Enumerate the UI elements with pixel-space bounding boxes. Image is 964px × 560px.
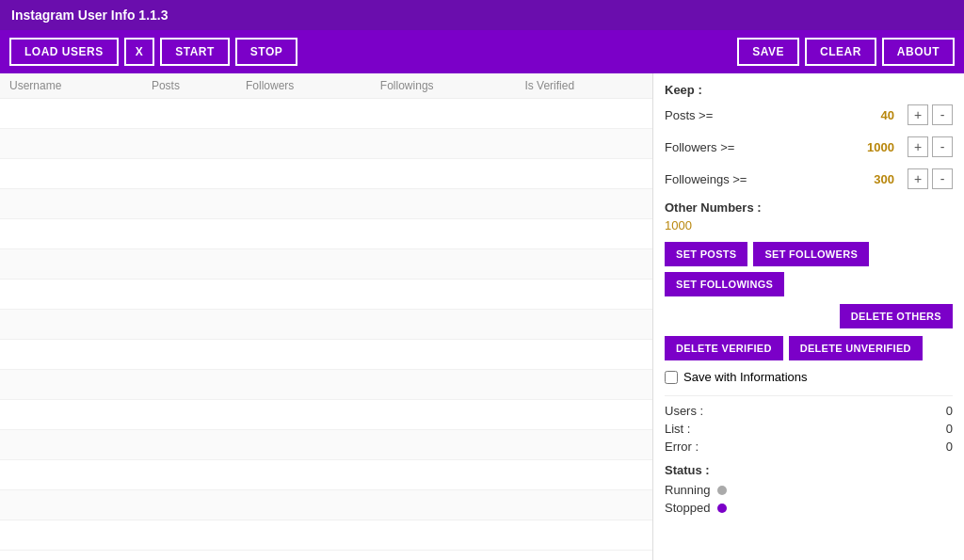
stopped-status-dot [717,504,727,513]
followers-increment-button[interactable]: + [908,136,928,157]
save-button[interactable]: SAVE [737,38,799,66]
keep-label: Keep : [665,83,953,97]
table-row [0,520,652,551]
action-buttons-row1: SET POSTS SET FOLLOWERS SET FOLLOWINGS [665,242,953,296]
toolbar: LOAD USERS X START STOP SAVE CLEAR ABOUT [0,30,964,73]
followings-filter-row: Followeings >= 300 + - [665,168,953,189]
table-row [0,340,652,370]
table-row [0,430,652,460]
table-row [0,310,652,340]
save-with-info-label: Save with Informations [683,370,808,384]
followers-filter-label: Followers >= [665,140,847,154]
delete-verified-row: DELETE VERIFIED DELETE UNVERIFIED [665,336,953,360]
posts-increment-button[interactable]: + [908,104,928,125]
status-label: Status : [665,463,953,477]
col-is-verified: Is Verified [515,73,652,99]
set-followings-button[interactable]: SET FOLLOWINGS [665,272,784,296]
delete-unverified-button[interactable]: DELETE UNVERIFIED [789,336,923,360]
followings-increment-button[interactable]: + [908,168,928,189]
table-row [0,490,652,520]
posts-filter-row: Posts >= 40 + - [665,104,953,125]
list-stat-value: 0 [946,422,953,436]
other-numbers-label: Other Numbers : [665,200,953,215]
table-row [0,460,652,490]
col-followers: Followers [236,73,371,99]
title-bar: Instagram User Info 1.1.3 [0,0,964,30]
load-users-button[interactable]: LOAD USERS [9,38,119,66]
other-numbers-value: 1000 [665,218,953,232]
stopped-status-item: Stopped [665,501,953,515]
followers-decrement-button[interactable]: - [932,136,953,157]
users-stat-value: 0 [946,404,953,418]
save-with-info-checkbox[interactable] [665,371,678,384]
main-area: Username Posts Followers Followings Is V… [0,73,964,560]
posts-filter-value: 40 [847,108,894,122]
users-table: Username Posts Followers Followings Is V… [0,73,652,551]
table-row [0,159,652,189]
stopped-status-text: Stopped [665,501,710,515]
toolbar-right: SAVE CLEAR ABOUT [737,38,955,66]
start-button[interactable]: START [160,38,230,66]
running-status-item: Running [665,483,953,497]
set-followers-button[interactable]: SET FOLLOWERS [753,242,869,266]
list-stat-row: List : 0 [665,422,953,436]
error-stat-value: 0 [946,440,953,454]
followings-filter-label: Followeings >= [665,172,847,186]
col-username: Username [0,73,142,99]
users-stat-label: Users : [665,404,703,418]
divider1 [665,395,953,396]
status-section: Status : Running Stopped [665,463,953,515]
table-row [0,129,652,159]
delete-verified-button[interactable]: DELETE VERIFIED [665,336,783,360]
table-row [0,219,652,249]
col-followings: Followings [371,73,516,99]
table-row [0,249,652,280]
table-body [0,99,652,551]
followers-filter-value: 1000 [847,140,894,154]
delete-others-button[interactable]: DELETE OTHERS [840,304,953,328]
followings-filter-value: 300 [847,172,894,186]
list-stat-label: List : [665,422,690,436]
x-button[interactable]: X [124,38,155,66]
followings-decrement-button[interactable]: - [932,168,953,189]
save-with-info-row: Save with Informations [665,370,953,384]
table-row [0,370,652,400]
table-area: Username Posts Followers Followings Is V… [0,73,653,560]
users-stat-row: Users : 0 [665,404,953,418]
running-status-text: Running [665,483,710,497]
posts-decrement-button[interactable]: - [932,104,953,125]
table-row [0,99,652,129]
set-posts-button[interactable]: SET POSTS [665,242,747,266]
table-row [0,280,652,310]
table-row [0,189,652,219]
right-panel: Keep : Posts >= 40 + - Followers >= 1000… [653,73,964,560]
table-header-row: Username Posts Followers Followings Is V… [0,73,652,99]
stop-button[interactable]: STOP [235,38,297,66]
error-stat-label: Error : [665,440,699,454]
col-posts: Posts [142,73,236,99]
running-status-dot [717,486,727,495]
app-title: Instagram User Info 1.1.3 [11,8,169,23]
posts-filter-label: Posts >= [665,108,847,122]
clear-button[interactable]: CLEAR [805,38,876,66]
error-stat-row: Error : 0 [665,440,953,454]
followers-filter-row: Followers >= 1000 + - [665,136,953,157]
table-row [0,400,652,430]
about-button[interactable]: ABOUT [882,38,955,66]
